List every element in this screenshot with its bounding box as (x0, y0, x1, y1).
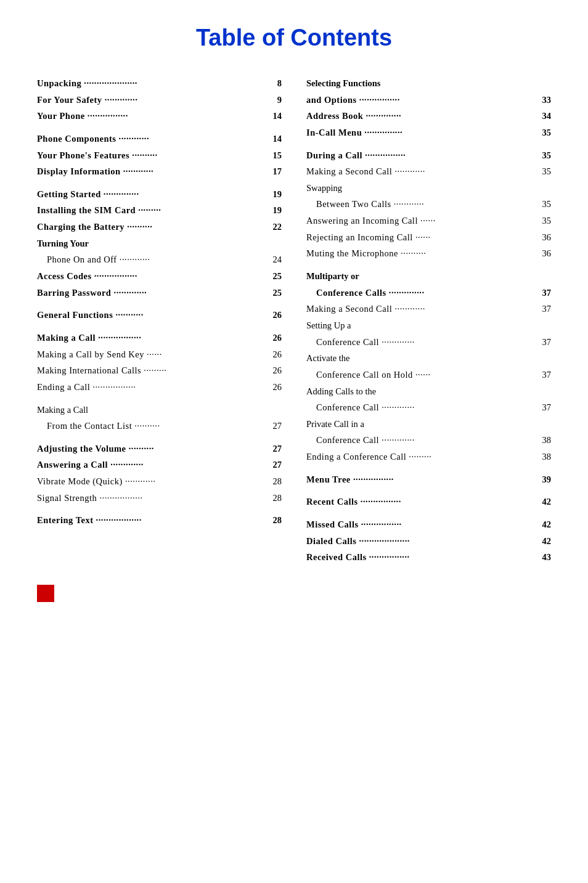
toc-entry: Unpacking ·····················8 (37, 76, 282, 91)
entry-num: 37 (542, 400, 552, 415)
entry-text: Ending a Conference Call ········· (306, 449, 539, 465)
entry-num: 37 (542, 285, 552, 301)
entry-text: Making a Call (37, 405, 88, 415)
entry-num: 38 (542, 433, 552, 448)
toc-entry: Multiparty or (306, 269, 551, 284)
entry-num: 19 (273, 187, 282, 202)
toc-entry: Conference Calls ··············37 (316, 285, 551, 301)
entry-text: Private Call in a (306, 419, 364, 429)
entry-text: Phone On and Off ············ (47, 252, 269, 267)
toc-entry: Answering a Call ·············27 (37, 457, 282, 473)
entry-text: Conference Call ············· (316, 433, 539, 448)
entry-num: 28 (273, 513, 282, 528)
toc-entry: For Your Safety ·············9 (37, 92, 282, 108)
spacer (37, 125, 282, 131)
toc-entry: Menu Tree ················39 (306, 472, 551, 487)
entry-text: Ending a Call ················· (37, 380, 269, 395)
entry-num: 27 (273, 441, 282, 457)
right-column: Selecting Functionsand Options ·········… (306, 76, 551, 566)
entry-text: and Options ················ (306, 92, 539, 108)
entry-num: 28 (273, 474, 282, 489)
entry-text: Muting the Microphone ·········· (306, 246, 539, 261)
entry-text: Barring Password ············· (37, 285, 269, 301)
entry-num: 26 (273, 307, 282, 323)
entry-text: During a Call ················ (306, 148, 539, 163)
toc-entry: Conference Call on Hold ······37 (316, 367, 551, 383)
entry-num: 38 (542, 449, 552, 465)
toc-entry: Getting Started ··············19 (37, 187, 282, 202)
toc-entry: Ending a Call ·················26 (37, 380, 282, 395)
toc-entry: Muting the Microphone ··········36 (306, 246, 551, 261)
entry-num: 33 (542, 92, 552, 108)
spacer (306, 142, 551, 148)
toc-entry: Signal Strength ·················28 (37, 490, 282, 506)
entry-num: 34 (542, 108, 552, 124)
toc-entry: Making a Call (37, 402, 282, 418)
toc-entry: Received Calls ················43 (306, 550, 551, 565)
toc-entry: Adding Calls to the (306, 384, 551, 399)
spacer (37, 507, 282, 513)
entry-text: Making a Call ················· (37, 330, 269, 346)
entry-num: 26 (273, 380, 282, 395)
toc-entry: Address Book ··············34 (306, 108, 551, 124)
entry-num: 35 (542, 164, 552, 179)
entry-text: Answering an Incoming Call ······ (306, 213, 539, 229)
left-column: Unpacking ·····················8For Your… (37, 76, 282, 566)
entry-text: Activate the (306, 353, 349, 363)
toc-entry: In-Call Menu ···············35 (306, 125, 551, 140)
toc-body: Unpacking ·····················8For Your… (37, 76, 551, 566)
entry-text: Making a Second Call ············ (306, 301, 539, 317)
entry-num: 35 (542, 197, 552, 212)
entry-text: Received Calls ················ (306, 550, 539, 565)
entry-num: 25 (273, 285, 282, 301)
entry-num: 26 (273, 363, 282, 378)
spacer (37, 181, 282, 187)
toc-entry: Turning Your (37, 236, 282, 251)
toc-entry: Your Phone ················14 (37, 108, 282, 124)
entry-num: 15 (273, 148, 282, 163)
entry-num: 35 (542, 148, 552, 163)
toc-entry: Making a Second Call ············35 (306, 164, 551, 179)
entry-text: Access Codes ················· (37, 269, 269, 284)
toc-entry: Charging the Battery ··········22 (37, 219, 282, 235)
entry-text: Phone Components ············ (37, 131, 269, 147)
entry-num: 27 (273, 418, 282, 434)
entry-text: Making a Call by Send Key ······ (37, 347, 269, 362)
spacer (37, 301, 282, 307)
spacer (306, 466, 551, 472)
entry-text: Vibrate Mode (Quick) ············ (37, 474, 269, 489)
entry-text: Recent Calls ················ (306, 494, 539, 510)
entry-text: Conference Call ············· (316, 335, 539, 350)
entry-num: 14 (273, 108, 282, 124)
entry-text: From the Contact List ·········· (47, 418, 269, 434)
toc-entry: Entering Text ··················28 (37, 513, 282, 528)
toc-entry: Activate the (306, 351, 551, 366)
entry-text: In-Call Menu ··············· (306, 125, 539, 140)
entry-num: 22 (273, 219, 282, 235)
toc-entry: Phone On and Off ············24 (47, 252, 282, 267)
entry-num: 19 (273, 203, 282, 218)
entry-text: Between Two Calls ············ (316, 197, 539, 212)
spacer (306, 262, 551, 269)
toc-entry: Conference Call ·············37 (316, 335, 551, 350)
entry-text: Rejecting an Incoming Call ······ (306, 230, 539, 245)
entry-num: 36 (542, 230, 552, 245)
spacer (37, 435, 282, 441)
toc-entry: Answering an Incoming Call ······35 (306, 213, 551, 229)
entry-num: 28 (273, 490, 282, 506)
toc-entry: Barring Password ·············25 (37, 285, 282, 301)
toc-entry: Ending a Conference Call ·········38 (306, 449, 551, 465)
entry-text: Charging the Battery ·········· (37, 219, 269, 235)
entry-num: 27 (273, 457, 282, 473)
toc-entry: Conference Call ·············38 (316, 433, 551, 448)
toc-entry: Setting Up a (306, 318, 551, 333)
red-square-decoration (37, 585, 54, 602)
entry-text: Turning Your (37, 238, 89, 248)
toc-entry: Adjusting the Volume ··········27 (37, 441, 282, 457)
entry-num: 37 (542, 335, 552, 350)
toc-entry: Missed Calls ················42 (306, 517, 551, 532)
toc-entry: Making a Call by Send Key ······26 (37, 347, 282, 362)
entry-text: Display Information ············ (37, 164, 269, 179)
entry-text: Adjusting the Volume ·········· (37, 441, 269, 457)
entry-text: Address Book ·············· (306, 108, 539, 124)
